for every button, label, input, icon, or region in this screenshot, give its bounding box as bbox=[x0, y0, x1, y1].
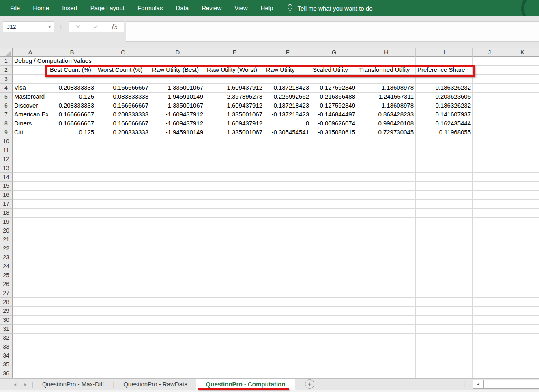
row-header-15[interactable]: 15 bbox=[0, 182, 13, 191]
cell-c21[interactable] bbox=[96, 235, 150, 244]
row-header-7[interactable]: 7 bbox=[0, 110, 13, 119]
cell-e1[interactable] bbox=[205, 57, 264, 66]
cell-j8[interactable] bbox=[473, 119, 506, 128]
cell-k32[interactable] bbox=[506, 334, 539, 342]
cell-h33[interactable] bbox=[357, 342, 416, 351]
cell-g25[interactable] bbox=[311, 271, 357, 280]
cell-h24[interactable] bbox=[357, 262, 416, 271]
row-header-19[interactable]: 19 bbox=[0, 218, 13, 226]
row-header-26[interactable]: 26 bbox=[0, 280, 13, 289]
cell-c25[interactable] bbox=[96, 271, 150, 280]
cell-e22[interactable] bbox=[205, 244, 264, 253]
cell-k33[interactable] bbox=[506, 342, 539, 351]
cell-e18[interactable] bbox=[205, 209, 264, 218]
menu-item-page-layout[interactable]: Page Layout bbox=[84, 0, 131, 16]
cell-i12[interactable] bbox=[416, 155, 473, 164]
cell-b29[interactable] bbox=[48, 307, 96, 316]
cell-j36[interactable] bbox=[473, 369, 506, 378]
cell-k11[interactable] bbox=[506, 146, 539, 155]
cell-i17[interactable] bbox=[416, 200, 473, 209]
cell-c9[interactable]: 0.208333333 bbox=[96, 128, 150, 137]
cell-h1[interactable] bbox=[357, 57, 416, 66]
cell-i16[interactable] bbox=[416, 191, 473, 200]
column-header-g[interactable]: G bbox=[311, 48, 357, 57]
cell-j23[interactable] bbox=[473, 253, 506, 262]
cell-f32[interactable] bbox=[264, 334, 311, 342]
cell-d12[interactable] bbox=[150, 155, 205, 164]
cell-f14[interactable] bbox=[264, 173, 311, 182]
cell-f30[interactable] bbox=[264, 316, 311, 325]
cell-i23[interactable] bbox=[416, 253, 473, 262]
row-header-11[interactable]: 11 bbox=[0, 146, 13, 155]
cell-e3[interactable] bbox=[205, 75, 264, 84]
cell-d34[interactable] bbox=[150, 351, 205, 360]
cell-a34[interactable] bbox=[13, 351, 48, 360]
cell-h22[interactable] bbox=[357, 244, 416, 253]
cell-g19[interactable] bbox=[311, 218, 357, 226]
cell-g29[interactable] bbox=[311, 307, 357, 316]
cell-g13[interactable] bbox=[311, 164, 357, 173]
cell-b25[interactable] bbox=[48, 271, 96, 280]
cell-e11[interactable] bbox=[205, 146, 264, 155]
row-header-10[interactable]: 10 bbox=[0, 137, 13, 146]
cell-j13[interactable] bbox=[473, 164, 506, 173]
cell-c17[interactable] bbox=[96, 200, 150, 209]
cell-b16[interactable] bbox=[48, 191, 96, 200]
cell-g28[interactable] bbox=[311, 298, 357, 307]
cell-b30[interactable] bbox=[48, 316, 96, 325]
cell-c27[interactable] bbox=[96, 289, 150, 298]
cell-e33[interactable] bbox=[205, 342, 264, 351]
column-header-f[interactable]: F bbox=[264, 48, 311, 57]
cell-f19[interactable] bbox=[264, 218, 311, 226]
row-header-23[interactable]: 23 bbox=[0, 253, 13, 262]
cell-b34[interactable] bbox=[48, 351, 96, 360]
cell-f20[interactable] bbox=[264, 226, 311, 235]
cell-b11[interactable] bbox=[48, 146, 96, 155]
cell-c32[interactable] bbox=[96, 334, 150, 342]
cell-h34[interactable] bbox=[357, 351, 416, 360]
cell-f24[interactable] bbox=[264, 262, 311, 271]
cell-d19[interactable] bbox=[150, 218, 205, 226]
cell-e5[interactable]: 2.397895273 bbox=[205, 93, 264, 101]
cell-a23[interactable] bbox=[13, 253, 48, 262]
cell-b31[interactable] bbox=[48, 325, 96, 334]
cell-f17[interactable] bbox=[264, 200, 311, 209]
cell-b4[interactable]: 0.208333333 bbox=[48, 84, 96, 93]
cell-f6[interactable]: 0.137218423 bbox=[264, 101, 311, 110]
row-header-5[interactable]: 5 bbox=[0, 93, 13, 101]
cell-g4[interactable]: 0.127592349 bbox=[311, 84, 357, 93]
cell-a1[interactable]: Debug / Computation Values bbox=[13, 57, 48, 66]
cell-g22[interactable] bbox=[311, 244, 357, 253]
cell-b36[interactable] bbox=[48, 369, 96, 378]
cell-b32[interactable] bbox=[48, 334, 96, 342]
cell-i36[interactable] bbox=[416, 369, 473, 378]
cell-e15[interactable] bbox=[205, 182, 264, 191]
cell-i33[interactable] bbox=[416, 342, 473, 351]
cell-g16[interactable] bbox=[311, 191, 357, 200]
cell-j29[interactable] bbox=[473, 307, 506, 316]
cell-g23[interactable] bbox=[311, 253, 357, 262]
cell-g33[interactable] bbox=[311, 342, 357, 351]
cell-b26[interactable] bbox=[48, 280, 96, 289]
cell-f3[interactable] bbox=[264, 75, 311, 84]
cell-g14[interactable] bbox=[311, 173, 357, 182]
cell-a24[interactable] bbox=[13, 262, 48, 271]
cell-a14[interactable] bbox=[13, 173, 48, 182]
cell-k14[interactable] bbox=[506, 173, 539, 182]
cell-k15[interactable] bbox=[506, 182, 539, 191]
cell-b35[interactable] bbox=[48, 360, 96, 369]
cell-e21[interactable] bbox=[205, 235, 264, 244]
cell-f12[interactable] bbox=[264, 155, 311, 164]
cell-e28[interactable] bbox=[205, 298, 264, 307]
cell-d11[interactable] bbox=[150, 146, 205, 155]
cell-b6[interactable]: 0.208333333 bbox=[48, 101, 96, 110]
cell-h8[interactable]: 0.990420108 bbox=[357, 119, 416, 128]
row-header-3[interactable]: 3 bbox=[0, 75, 13, 84]
cell-b19[interactable] bbox=[48, 218, 96, 226]
cell-h30[interactable] bbox=[357, 316, 416, 325]
cell-f15[interactable] bbox=[264, 182, 311, 191]
add-sheet-button[interactable]: + bbox=[305, 379, 314, 389]
cell-k19[interactable] bbox=[506, 218, 539, 226]
cell-h16[interactable] bbox=[357, 191, 416, 200]
cell-a30[interactable] bbox=[13, 316, 48, 325]
